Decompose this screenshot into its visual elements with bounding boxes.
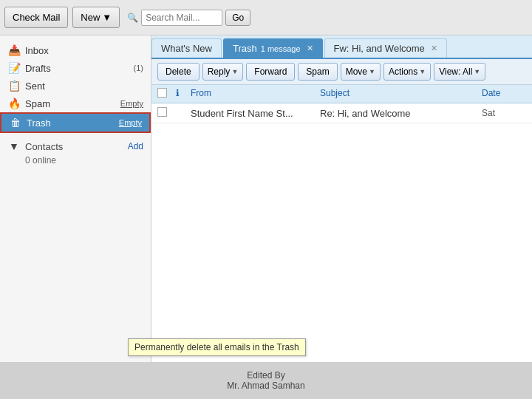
email-list-header: ℹ From Subject Date [151,85,532,103]
spam-label: Spam [25,98,120,109]
go-button[interactable]: Go [225,10,250,26]
row-subject: Re: Hi, and Welcome [320,108,482,119]
row-date: Sat [482,108,526,118]
sidebar-item-trash[interactable]: 🗑 Trash Empty [0,112,151,133]
header-checkbox[interactable] [157,88,167,98]
main-pane: What's New Trash 1 message ✕ Fw: Hi, and… [151,35,532,362]
sidebar-item-drafts[interactable]: 📝 Drafts (1) [0,59,151,77]
contacts-add-link[interactable]: Add [128,141,143,151]
row-checkbox[interactable] [157,107,167,117]
tab-whats-new-label: What's New [161,43,212,54]
tab-whats-new[interactable]: What's New [151,38,222,58]
move-label: Move [346,66,367,77]
spam-button[interactable]: Spam [298,63,337,81]
table-row[interactable]: Student First Name St... Re: Hi, and Wel… [151,103,532,123]
actions-button[interactable]: Actions ▼ [383,63,431,81]
check-mail-button[interactable]: Check Mail [4,7,68,28]
sidebar-contacts-section: ▼ Contacts Add [0,139,151,154]
tab-trash-label: Trash [233,43,257,54]
tab-trash-close-icon[interactable]: ✕ [307,44,313,53]
view-label: View: All [439,66,472,77]
credit-line1: Edited By [227,370,304,381]
credit-line2: Mr. Ahmad Samhan [227,381,304,391]
drafts-icon: 📝 [7,62,21,74]
spam-icon: 🔥 [7,98,21,109]
tabs-bar: What's New Trash 1 message ✕ Fw: Hi, and… [151,35,532,59]
new-button[interactable]: New ▼ [72,7,120,28]
new-dropdown-arrow: ▼ [102,12,112,23]
delete-button[interactable]: Delete [157,63,200,81]
bottom-credit: Edited By Mr. Ahmad Samhan [0,362,532,399]
search-icon: 🔍 [127,13,138,23]
tooltip-text: Permanently delete all emails in the Tra… [134,342,299,352]
top-bar: Check Mail New ▼ 🔍 Go [0,0,532,35]
tab-trash-badge: 1 message [261,44,301,53]
header-check [157,88,176,100]
sidebar-item-sent[interactable]: 📋 Sent [0,77,151,95]
actions-label: Actions [389,66,417,77]
drafts-badge: (1) [134,64,143,72]
header-info: ℹ [176,88,191,100]
tab-fw-hi-label: Fw: Hi, and Welcome [334,43,425,54]
drafts-label: Drafts [25,63,134,74]
inbox-label: Inbox [25,45,143,56]
new-label: New [81,12,100,23]
header-from[interactable]: From [191,88,320,100]
view-dropdown-arrow: ▼ [474,68,480,75]
sent-icon: 📋 [7,80,21,92]
row-from: Student First Name St... [191,108,320,119]
forward-button[interactable]: Forward [246,63,295,81]
spam-empty-button[interactable]: Empty [120,99,143,108]
sidebar-item-spam[interactable]: 🔥 Spam Empty [0,95,151,112]
search-input[interactable] [141,10,222,26]
move-dropdown-arrow: ▼ [369,68,375,75]
move-button[interactable]: Move ▼ [341,63,381,81]
tab-fw-hi[interactable]: Fw: Hi, and Welcome ✕ [324,38,447,58]
toolbar: Delete Reply ▼ Forward Spam Move ▼ Actio… [151,59,532,85]
sidebar-item-inbox[interactable]: 📥 Inbox [0,41,151,59]
view-button[interactable]: View: All ▼ [434,63,485,81]
contacts-icon: ▼ [7,140,21,152]
header-date[interactable]: Date [482,88,526,100]
actions-dropdown-arrow: ▼ [419,68,426,75]
trash-icon: 🗑 [9,117,22,129]
tab-trash[interactable]: Trash 1 message ✕ [223,38,323,58]
reply-label: Reply [208,66,231,77]
trash-label: Trash [27,117,119,129]
inbox-icon: 📥 [7,44,21,56]
tab-fw-hi-close-icon[interactable]: ✕ [431,44,437,53]
tooltip-box: Permanently delete all emails in the Tra… [128,338,306,356]
sidebar: 📥 Inbox 📝 Drafts (1) 📋 Sent 🔥 Spam Empty… [0,35,151,362]
sent-label: Sent [25,81,143,92]
trash-empty-button[interactable]: Empty [119,118,142,127]
reply-button[interactable]: Reply ▼ [202,63,244,81]
search-bar: 🔍 Go [127,10,250,26]
sidebar-online: 0 online [0,154,151,167]
reply-dropdown-arrow: ▼ [231,68,238,75]
contacts-label: Contacts [25,141,128,152]
row-checkbox-wrap [157,107,176,119]
header-subject[interactable]: Subject [320,88,482,100]
email-scroll-area[interactable]: Student First Name St... Re: Hi, and Wel… [151,103,532,362]
content-area: 📥 Inbox 📝 Drafts (1) 📋 Sent 🔥 Spam Empty… [0,35,532,362]
